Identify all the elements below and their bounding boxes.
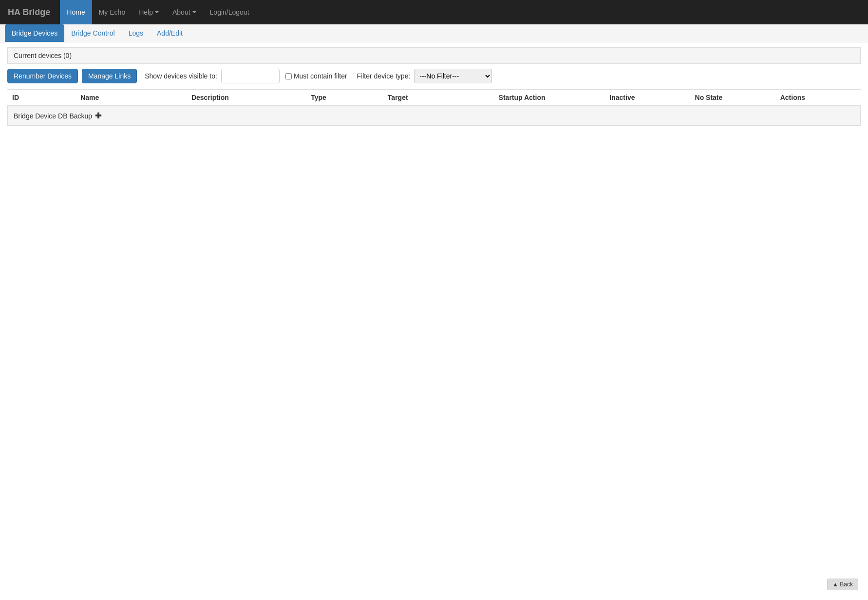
manage-links-button[interactable]: Manage Links	[82, 69, 137, 83]
filter-device-type-select[interactable]: ---No Filter---	[414, 69, 492, 83]
nav-item-login[interactable]: Login/Logout	[203, 0, 256, 24]
subnav-add-edit[interactable]: Add/Edit	[150, 24, 189, 42]
nav-item-help[interactable]: Help	[132, 0, 166, 24]
must-contain-checkbox[interactable]	[285, 73, 292, 79]
navbar-nav: Home My Echo Help About Login/Logout	[60, 0, 256, 24]
must-contain-text: Must contain filter	[294, 72, 347, 80]
db-backup-bar: Bridge Device DB Backup ✚	[7, 106, 861, 126]
subnav-bridge-devices[interactable]: Bridge Devices	[5, 24, 64, 42]
table-header-row: ID Name Description Type Target Startup …	[7, 90, 861, 106]
filter-device-type-label: Filter device type:	[357, 72, 411, 80]
nav-link-home[interactable]: Home	[60, 0, 92, 24]
device-table: ID Name Description Type Target Startup …	[7, 89, 861, 106]
nav-item-about[interactable]: About	[166, 0, 203, 24]
toolbar: Renumber Devices Manage Links Show devic…	[7, 69, 861, 83]
navbar: HA Bridge Home My Echo Help About Login/…	[0, 0, 868, 24]
nav-link-help[interactable]: Help	[132, 0, 166, 24]
current-devices-label: Current devices (0)	[14, 52, 72, 59]
col-header-name: Name	[75, 90, 187, 106]
nav-item-home[interactable]: Home	[60, 0, 92, 24]
show-devices-label: Show devices visible to:	[145, 72, 217, 80]
subnav-bridge-control[interactable]: Bridge Control	[64, 24, 122, 42]
nav-link-about[interactable]: About	[166, 0, 203, 24]
db-backup-plus-icon[interactable]: ✚	[95, 111, 101, 120]
about-caret-icon	[192, 11, 196, 13]
col-header-description: Description	[187, 90, 306, 106]
col-header-actions: Actions	[775, 90, 861, 106]
table-head: ID Name Description Type Target Startup …	[7, 90, 861, 106]
subnav-logs[interactable]: Logs	[122, 24, 150, 42]
must-contain-label[interactable]: Must contain filter	[285, 72, 347, 80]
nav-item-myecho[interactable]: My Echo	[92, 0, 132, 24]
main-content: Current devices (0) Renumber Devices Man…	[0, 42, 868, 131]
show-devices-input[interactable]	[221, 69, 280, 83]
nav-link-myecho[interactable]: My Echo	[92, 0, 132, 24]
subnav: Bridge Devices Bridge Control Logs Add/E…	[0, 24, 868, 42]
col-header-target: Target	[383, 90, 494, 106]
col-header-startup-action: Startup Action	[494, 90, 605, 106]
navbar-brand[interactable]: HA Bridge	[8, 7, 50, 18]
nav-link-login[interactable]: Login/Logout	[203, 0, 256, 24]
current-devices-bar: Current devices (0)	[7, 47, 861, 64]
col-header-id: ID	[7, 90, 75, 106]
db-backup-label: Bridge Device DB Backup	[14, 112, 92, 120]
col-header-no-state: No State	[690, 90, 775, 106]
renumber-devices-button[interactable]: Renumber Devices	[7, 69, 78, 83]
help-caret-icon	[155, 11, 159, 13]
col-header-type: Type	[306, 90, 383, 106]
col-header-inactive: Inactive	[604, 90, 690, 106]
